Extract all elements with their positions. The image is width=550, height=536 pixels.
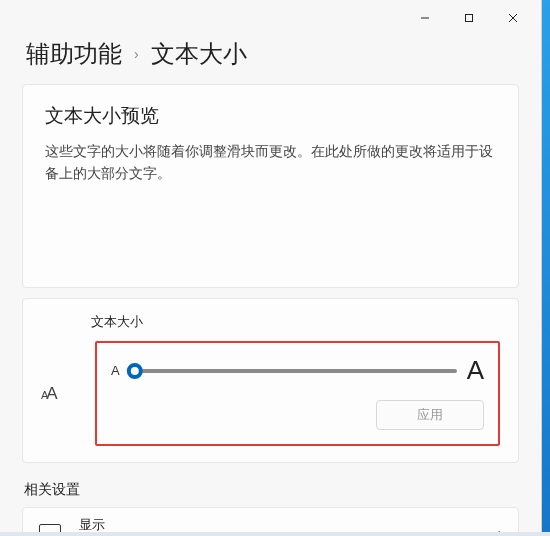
- text-size-slider[interactable]: A A: [111, 355, 484, 386]
- slider-track[interactable]: [130, 369, 457, 373]
- text-size-icon: AA: [41, 384, 81, 404]
- text-size-label: 文本大小: [41, 313, 500, 331]
- apply-button[interactable]: 应用: [376, 400, 484, 430]
- minimize-button[interactable]: [403, 3, 447, 33]
- maximize-button[interactable]: [447, 3, 491, 33]
- text-preview-card: 文本大小预览 这些文字的大小将随着你调整滑块而更改。在此处所做的更改将适用于设备…: [22, 84, 519, 288]
- close-button[interactable]: [491, 3, 535, 33]
- breadcrumb: 辅助功能 › 文本大小: [0, 36, 541, 84]
- desktop-background-strip: [542, 0, 550, 536]
- maximize-icon: [464, 13, 474, 23]
- preview-description: 这些文字的大小将随着你调整滑块而更改。在此处所做的更改将适用于设备上的大部分文字…: [45, 141, 496, 184]
- chevron-right-icon: ›: [132, 46, 141, 62]
- breadcrumb-parent[interactable]: 辅助功能: [26, 38, 122, 70]
- minimize-icon: [420, 13, 430, 23]
- settings-window: 辅助功能 › 文本大小 文本大小预览 这些文字的大小将随着你调整滑块而更改。在此…: [0, 0, 542, 536]
- window-titlebar: [0, 0, 541, 36]
- related-display-title: 显示: [79, 516, 480, 534]
- close-icon: [508, 13, 518, 23]
- slider-max-glyph: A: [467, 355, 484, 386]
- related-settings-heading: 相关设置: [24, 481, 519, 499]
- text-size-card: 文本大小 AA A A 应用: [22, 298, 519, 463]
- highlight-annotation: A A 应用: [95, 341, 500, 446]
- preview-title: 文本大小预览: [45, 103, 496, 129]
- content-area: 文本大小预览 这些文字的大小将随着你调整滑块而更改。在此处所做的更改将适用于设备…: [0, 84, 541, 536]
- taskbar-edge: [0, 532, 550, 536]
- breadcrumb-current: 文本大小: [151, 38, 247, 70]
- slider-thumb[interactable]: [126, 363, 142, 379]
- svg-rect-1: [466, 15, 473, 22]
- slider-min-glyph: A: [111, 363, 120, 378]
